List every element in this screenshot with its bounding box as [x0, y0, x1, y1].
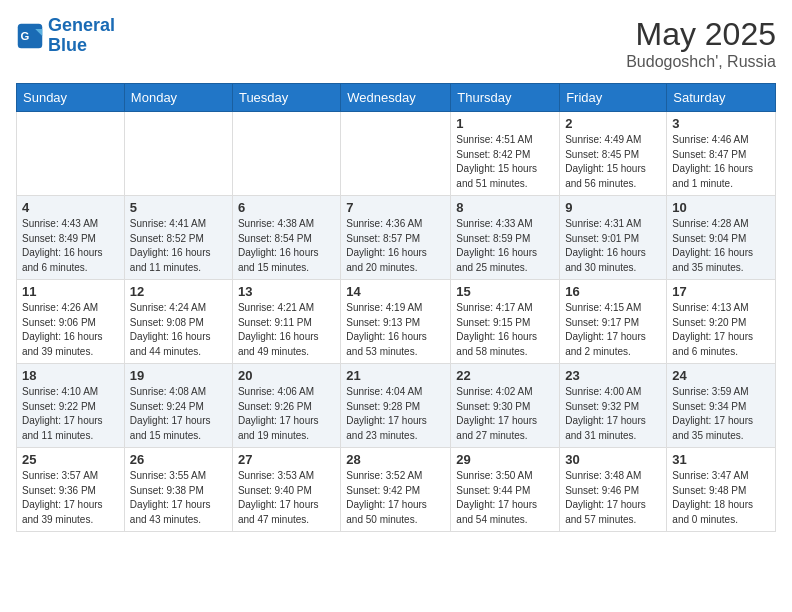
day-info: Sunrise: 3:59 AM Sunset: 9:34 PM Dayligh…: [672, 385, 770, 443]
day-info: Sunrise: 4:21 AM Sunset: 9:11 PM Dayligh…: [238, 301, 335, 359]
day-info: Sunrise: 3:52 AM Sunset: 9:42 PM Dayligh…: [346, 469, 445, 527]
day-number: 31: [672, 452, 770, 467]
day-info: Sunrise: 4:49 AM Sunset: 8:45 PM Dayligh…: [565, 133, 661, 191]
calendar-cell: 5Sunrise: 4:41 AM Sunset: 8:52 PM Daylig…: [124, 196, 232, 280]
calendar-cell: 11Sunrise: 4:26 AM Sunset: 9:06 PM Dayli…: [17, 280, 125, 364]
day-info: Sunrise: 4:51 AM Sunset: 8:42 PM Dayligh…: [456, 133, 554, 191]
day-number: 5: [130, 200, 227, 215]
day-info: Sunrise: 4:28 AM Sunset: 9:04 PM Dayligh…: [672, 217, 770, 275]
day-number: 30: [565, 452, 661, 467]
day-number: 9: [565, 200, 661, 215]
calendar-cell: 24Sunrise: 3:59 AM Sunset: 9:34 PM Dayli…: [667, 364, 776, 448]
day-number: 13: [238, 284, 335, 299]
calendar-cell: 30Sunrise: 3:48 AM Sunset: 9:46 PM Dayli…: [560, 448, 667, 532]
day-info: Sunrise: 4:19 AM Sunset: 9:13 PM Dayligh…: [346, 301, 445, 359]
day-info: Sunrise: 4:08 AM Sunset: 9:24 PM Dayligh…: [130, 385, 227, 443]
logo: G General Blue: [16, 16, 115, 56]
day-number: 15: [456, 284, 554, 299]
logo-text: General Blue: [48, 16, 115, 56]
calendar-cell: 19Sunrise: 4:08 AM Sunset: 9:24 PM Dayli…: [124, 364, 232, 448]
day-number: 6: [238, 200, 335, 215]
calendar-week-3: 11Sunrise: 4:26 AM Sunset: 9:06 PM Dayli…: [17, 280, 776, 364]
day-number: 27: [238, 452, 335, 467]
day-info: Sunrise: 4:24 AM Sunset: 9:08 PM Dayligh…: [130, 301, 227, 359]
day-info: Sunrise: 4:46 AM Sunset: 8:47 PM Dayligh…: [672, 133, 770, 191]
day-header-tuesday: Tuesday: [232, 84, 340, 112]
day-header-friday: Friday: [560, 84, 667, 112]
day-info: Sunrise: 4:38 AM Sunset: 8:54 PM Dayligh…: [238, 217, 335, 275]
day-header-saturday: Saturday: [667, 84, 776, 112]
calendar-cell: [341, 112, 451, 196]
day-info: Sunrise: 4:06 AM Sunset: 9:26 PM Dayligh…: [238, 385, 335, 443]
day-info: Sunrise: 3:53 AM Sunset: 9:40 PM Dayligh…: [238, 469, 335, 527]
calendar-cell: 1Sunrise: 4:51 AM Sunset: 8:42 PM Daylig…: [451, 112, 560, 196]
day-info: Sunrise: 4:02 AM Sunset: 9:30 PM Dayligh…: [456, 385, 554, 443]
day-info: Sunrise: 4:13 AM Sunset: 9:20 PM Dayligh…: [672, 301, 770, 359]
calendar-week-5: 25Sunrise: 3:57 AM Sunset: 9:36 PM Dayli…: [17, 448, 776, 532]
calendar-cell: 31Sunrise: 3:47 AM Sunset: 9:48 PM Dayli…: [667, 448, 776, 532]
day-number: 2: [565, 116, 661, 131]
day-number: 25: [22, 452, 119, 467]
day-info: Sunrise: 4:33 AM Sunset: 8:59 PM Dayligh…: [456, 217, 554, 275]
day-info: Sunrise: 4:10 AM Sunset: 9:22 PM Dayligh…: [22, 385, 119, 443]
calendar-cell: 9Sunrise: 4:31 AM Sunset: 9:01 PM Daylig…: [560, 196, 667, 280]
day-info: Sunrise: 4:17 AM Sunset: 9:15 PM Dayligh…: [456, 301, 554, 359]
calendar-cell: 28Sunrise: 3:52 AM Sunset: 9:42 PM Dayli…: [341, 448, 451, 532]
calendar-cell: 29Sunrise: 3:50 AM Sunset: 9:44 PM Dayli…: [451, 448, 560, 532]
calendar-cell: 14Sunrise: 4:19 AM Sunset: 9:13 PM Dayli…: [341, 280, 451, 364]
calendar-cell: 13Sunrise: 4:21 AM Sunset: 9:11 PM Dayli…: [232, 280, 340, 364]
day-number: 23: [565, 368, 661, 383]
calendar-week-1: 1Sunrise: 4:51 AM Sunset: 8:42 PM Daylig…: [17, 112, 776, 196]
day-info: Sunrise: 4:41 AM Sunset: 8:52 PM Dayligh…: [130, 217, 227, 275]
calendar-header-row: SundayMondayTuesdayWednesdayThursdayFrid…: [17, 84, 776, 112]
day-header-wednesday: Wednesday: [341, 84, 451, 112]
day-number: 11: [22, 284, 119, 299]
day-info: Sunrise: 4:00 AM Sunset: 9:32 PM Dayligh…: [565, 385, 661, 443]
day-number: 20: [238, 368, 335, 383]
page-header: G General Blue May 2025 Budogoshch', Rus…: [16, 16, 776, 71]
day-info: Sunrise: 4:26 AM Sunset: 9:06 PM Dayligh…: [22, 301, 119, 359]
day-info: Sunrise: 4:15 AM Sunset: 9:17 PM Dayligh…: [565, 301, 661, 359]
calendar-cell: 15Sunrise: 4:17 AM Sunset: 9:15 PM Dayli…: [451, 280, 560, 364]
calendar-cell: 20Sunrise: 4:06 AM Sunset: 9:26 PM Dayli…: [232, 364, 340, 448]
calendar-title: May 2025: [626, 16, 776, 53]
calendar-cell: 26Sunrise: 3:55 AM Sunset: 9:38 PM Dayli…: [124, 448, 232, 532]
svg-text:G: G: [20, 29, 29, 41]
calendar-cell: 6Sunrise: 4:38 AM Sunset: 8:54 PM Daylig…: [232, 196, 340, 280]
calendar-cell: 25Sunrise: 3:57 AM Sunset: 9:36 PM Dayli…: [17, 448, 125, 532]
calendar-cell: 4Sunrise: 4:43 AM Sunset: 8:49 PM Daylig…: [17, 196, 125, 280]
day-header-monday: Monday: [124, 84, 232, 112]
day-number: 17: [672, 284, 770, 299]
calendar-week-4: 18Sunrise: 4:10 AM Sunset: 9:22 PM Dayli…: [17, 364, 776, 448]
day-info: Sunrise: 3:55 AM Sunset: 9:38 PM Dayligh…: [130, 469, 227, 527]
calendar-cell: 2Sunrise: 4:49 AM Sunset: 8:45 PM Daylig…: [560, 112, 667, 196]
day-info: Sunrise: 3:57 AM Sunset: 9:36 PM Dayligh…: [22, 469, 119, 527]
day-number: 19: [130, 368, 227, 383]
day-number: 14: [346, 284, 445, 299]
day-info: Sunrise: 3:48 AM Sunset: 9:46 PM Dayligh…: [565, 469, 661, 527]
calendar-cell: [17, 112, 125, 196]
day-number: 21: [346, 368, 445, 383]
day-number: 1: [456, 116, 554, 131]
day-number: 18: [22, 368, 119, 383]
calendar-cell: 7Sunrise: 4:36 AM Sunset: 8:57 PM Daylig…: [341, 196, 451, 280]
day-number: 29: [456, 452, 554, 467]
day-number: 12: [130, 284, 227, 299]
calendar-cell: 10Sunrise: 4:28 AM Sunset: 9:04 PM Dayli…: [667, 196, 776, 280]
calendar-cell: 12Sunrise: 4:24 AM Sunset: 9:08 PM Dayli…: [124, 280, 232, 364]
day-number: 24: [672, 368, 770, 383]
day-number: 22: [456, 368, 554, 383]
day-number: 3: [672, 116, 770, 131]
logo-icon: G: [16, 22, 44, 50]
day-number: 28: [346, 452, 445, 467]
day-info: Sunrise: 4:43 AM Sunset: 8:49 PM Dayligh…: [22, 217, 119, 275]
day-header-sunday: Sunday: [17, 84, 125, 112]
calendar-table: SundayMondayTuesdayWednesdayThursdayFrid…: [16, 83, 776, 532]
calendar-cell: 21Sunrise: 4:04 AM Sunset: 9:28 PM Dayli…: [341, 364, 451, 448]
calendar-cell: 16Sunrise: 4:15 AM Sunset: 9:17 PM Dayli…: [560, 280, 667, 364]
day-number: 16: [565, 284, 661, 299]
calendar-week-2: 4Sunrise: 4:43 AM Sunset: 8:49 PM Daylig…: [17, 196, 776, 280]
logo-line2: Blue: [48, 35, 87, 55]
day-info: Sunrise: 3:47 AM Sunset: 9:48 PM Dayligh…: [672, 469, 770, 527]
calendar-cell: 18Sunrise: 4:10 AM Sunset: 9:22 PM Dayli…: [17, 364, 125, 448]
